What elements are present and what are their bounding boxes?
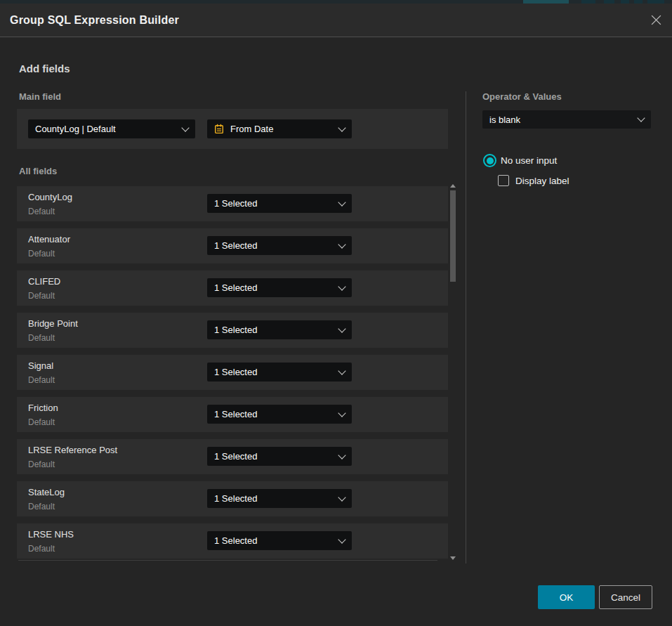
field-name: Friction [28, 403, 58, 413]
field-type: Default [28, 502, 55, 511]
dropdown-value: From Date [230, 124, 339, 134]
dropdown-value: 1 Selected [214, 325, 339, 335]
operator-dropdown[interactable]: is blank [482, 110, 651, 129]
field-type: Default [28, 417, 55, 427]
main-date-field-dropdown[interactable]: From Date [207, 119, 352, 138]
dialog-titlebar: Group SQL Expression Builder [0, 4, 672, 37]
chevron-down-icon [338, 493, 345, 501]
field-type: Default [28, 459, 55, 469]
screen: Group SQL Expression Builder Add fields … [0, 0, 672, 626]
field-row: LRSE NHS Default 1 Selected [17, 523, 448, 559]
chevron-down-icon [338, 367, 345, 374]
field-type: Default [28, 207, 55, 216]
dropdown-value: CountyLog | Default [35, 124, 183, 134]
field-name: CLIFED [28, 276, 60, 287]
field-name: Signal [28, 360, 53, 371]
no-user-input-label: No user input [501, 155, 557, 166]
chevron-down-icon [338, 124, 345, 131]
dropdown-value: 1 Selected [214, 367, 339, 377]
vertical-divider [466, 91, 466, 563]
display-label-checkbox[interactable] [498, 175, 509, 186]
main-field-label: Main field [19, 91, 61, 102]
field-name: LRSE NHS [28, 529, 74, 540]
field-type: Default [28, 544, 55, 554]
field-type: Default [28, 375, 55, 385]
field-row: LRSE Reference Post Default 1 Selected [17, 439, 448, 474]
chevron-down-icon [338, 535, 345, 543]
field-type: Default [28, 291, 55, 301]
add-fields-heading: Add fields [19, 63, 70, 74]
dropdown-value: 1 Selected [214, 409, 339, 419]
dropdown-value: 1 Selected [214, 535, 339, 546]
chevron-down-icon [338, 325, 345, 332]
scrollbar-thumb[interactable] [450, 190, 456, 282]
no-user-input-radio[interactable] [483, 154, 496, 167]
ok-button[interactable]: OK [538, 585, 595, 609]
operator-values-label: Operator & Values [482, 91, 562, 102]
field-row: StateLog Default 1 Selected [17, 481, 448, 516]
chevron-down-icon [637, 114, 645, 122]
all-fields-label: All fields [19, 166, 57, 176]
field-selection-dropdown[interactable]: 1 Selected [207, 363, 352, 382]
dropdown-value: 1 Selected [214, 451, 339, 462]
group-sql-expression-builder-dialog: Group SQL Expression Builder Add fields … [0, 4, 672, 626]
close-icon [650, 14, 662, 26]
field-name: CountyLog [28, 192, 72, 202]
field-name: LRSE Reference Post [28, 445, 117, 455]
dropdown-value: is blank [489, 115, 638, 125]
field-selection-dropdown[interactable]: 1 Selected [207, 531, 352, 550]
field-row: CountyLog Default 1 Selected [17, 186, 448, 221]
field-selection-dropdown[interactable]: 1 Selected [207, 278, 352, 297]
field-type: Default [28, 333, 55, 343]
field-name: Bridge Point [28, 318, 78, 329]
main-layer-dropdown[interactable]: CountyLog | Default [28, 119, 195, 138]
field-row: Bridge Point Default 1 Selected [17, 313, 448, 348]
chevron-down-icon [338, 240, 345, 248]
field-name: Attenuator [28, 234, 70, 244]
field-selection-dropdown[interactable]: 1 Selected [207, 194, 352, 213]
field-selection-dropdown[interactable]: 1 Selected [207, 320, 352, 339]
display-label-label: Display label [515, 176, 569, 186]
field-row: CLIFED Default 1 Selected [17, 270, 448, 306]
list-bottom-divider [18, 560, 437, 561]
field-type: Default [28, 249, 55, 259]
dropdown-value: 1 Selected [214, 240, 339, 251]
dropdown-value: 1 Selected [214, 493, 339, 504]
field-selection-dropdown[interactable]: 1 Selected [207, 489, 352, 508]
scrollbar-down-arrow-icon[interactable] [450, 556, 456, 560]
field-selection-dropdown[interactable]: 1 Selected [207, 236, 352, 255]
close-button[interactable] [649, 13, 663, 27]
field-row: Signal Default 1 Selected [17, 355, 448, 390]
dialog-title: Group SQL Expression Builder [10, 14, 179, 27]
chevron-down-icon [181, 124, 189, 131]
chevron-down-icon [338, 198, 345, 206]
dropdown-value: 1 Selected [214, 282, 339, 293]
cancel-button[interactable]: Cancel [599, 585, 652, 609]
field-row: Friction Default 1 Selected [17, 397, 448, 432]
field-selection-dropdown[interactable]: 1 Selected [207, 405, 352, 424]
field-selection-dropdown[interactable]: 1 Selected [207, 447, 352, 466]
field-row: Attenuator Default 1 Selected [17, 228, 448, 263]
chevron-down-icon [338, 409, 345, 417]
chevron-down-icon [338, 451, 345, 459]
dropdown-value: 1 Selected [214, 198, 339, 209]
chevron-down-icon [338, 282, 345, 290]
calendar-icon [214, 124, 224, 134]
scrollbar-up-arrow-icon[interactable] [450, 184, 456, 188]
field-name: StateLog [28, 487, 65, 497]
